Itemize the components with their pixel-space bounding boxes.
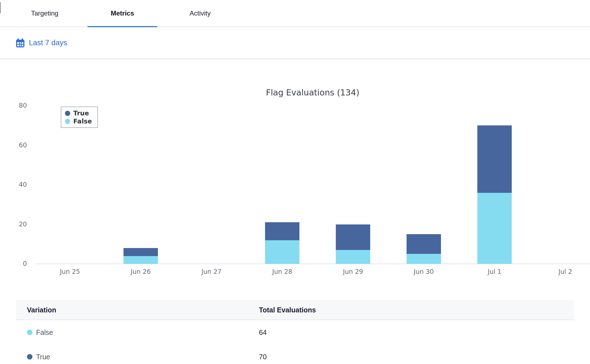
chart-legend: TrueFalse bbox=[61, 107, 98, 128]
bar-jun-26 bbox=[123, 248, 158, 264]
legend-dot-false bbox=[65, 119, 70, 124]
variation-cell: False bbox=[16, 328, 259, 337]
bar-jun-28 bbox=[265, 222, 299, 264]
legend-item-false[interactable]: False bbox=[65, 118, 92, 125]
column-header-variation: Variation bbox=[16, 306, 259, 314]
table-header-row: Variation Total Evaluations bbox=[16, 300, 574, 320]
tab-list: TargetingMetricsActivity bbox=[10, 0, 235, 27]
x-axis-label: Jul 2 bbox=[542, 268, 589, 275]
total-evaluations-cell: 64 bbox=[259, 328, 267, 337]
bar-jul-1 bbox=[477, 125, 512, 264]
x-axis-label: Jun 28 bbox=[259, 268, 306, 275]
total-evaluations-cell: 70 bbox=[259, 353, 267, 361]
tab-label: Targeting bbox=[31, 9, 59, 17]
tab-metrics[interactable]: Metrics bbox=[87, 0, 157, 27]
bar-segment-false bbox=[265, 240, 299, 264]
column-header-total-evaluations: Total Evaluations bbox=[259, 306, 316, 314]
date-range-button[interactable]: Last 7 days bbox=[15, 38, 67, 48]
y-axis-tick-label: 20 bbox=[5, 221, 27, 228]
bar-segment-false bbox=[336, 250, 370, 264]
bar-segment-true bbox=[477, 125, 512, 193]
tab-label: Metrics bbox=[111, 9, 134, 17]
bar-jun-29 bbox=[336, 224, 370, 264]
bar-segment-false bbox=[407, 254, 441, 264]
bar-segment-true bbox=[265, 222, 299, 240]
y-axis-tick-label: 60 bbox=[5, 141, 27, 149]
variation-cell: True bbox=[16, 353, 259, 361]
screen-edge-artifact bbox=[0, 2, 1, 13]
x-axis-label: Jun 30 bbox=[400, 268, 447, 275]
legend-dot-true bbox=[65, 111, 70, 116]
legend-label: True bbox=[73, 110, 89, 117]
table-row-false: False64 bbox=[16, 320, 574, 345]
tab-bar: TargetingMetricsActivity bbox=[0, 0, 590, 27]
legend-label: False bbox=[73, 118, 92, 125]
y-axis-tick-label: 40 bbox=[5, 181, 27, 188]
bar-segment-false bbox=[477, 193, 512, 264]
tab-label: Activity bbox=[190, 9, 211, 17]
variation-dot-true bbox=[27, 354, 32, 360]
variation-table: Variation Total Evaluations False64True7… bbox=[16, 300, 574, 364]
variation-dot-false bbox=[27, 330, 32, 335]
table-row-true: True70 bbox=[16, 345, 574, 364]
x-axis-label: Jun 25 bbox=[46, 268, 94, 275]
chart-title: Flag Evaluations (134) bbox=[35, 88, 590, 97]
y-axis-tick-label: 0 bbox=[5, 260, 27, 267]
bar-segment-true bbox=[336, 224, 370, 250]
bar-jun-30 bbox=[407, 234, 441, 264]
variation-label: False bbox=[36, 328, 53, 337]
x-axis-label: Jun 27 bbox=[188, 268, 235, 275]
calendar-icon bbox=[15, 38, 25, 48]
date-range-label: Last 7 days bbox=[29, 39, 67, 47]
tab-activity[interactable]: Activity bbox=[165, 0, 235, 27]
y-axis-tick-label: 80 bbox=[5, 102, 27, 109]
tab-targeting[interactable]: Targeting bbox=[10, 0, 80, 27]
bar-segment-true bbox=[407, 234, 441, 254]
bar-segment-false bbox=[123, 256, 158, 264]
x-axis-label: Jul 1 bbox=[471, 268, 518, 275]
x-axis-label: Jun 26 bbox=[117, 268, 164, 275]
legend-item-true[interactable]: True bbox=[65, 110, 92, 117]
bar-segment-true bbox=[123, 248, 158, 256]
filter-bar: Last 7 days bbox=[0, 27, 590, 59]
x-axis-label: Jun 29 bbox=[329, 268, 377, 275]
variation-label: True bbox=[36, 353, 50, 361]
